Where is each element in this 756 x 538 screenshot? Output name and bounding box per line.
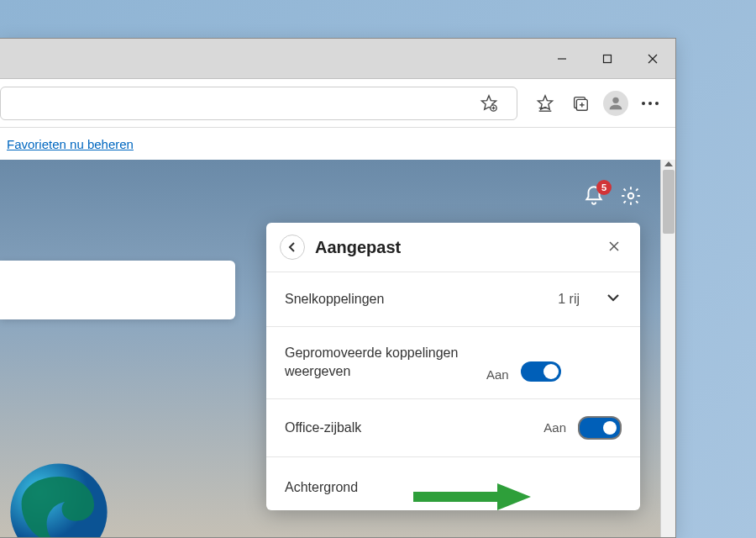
row-promoted-links: Gepromoveerde koppelingen weergeven Aan: [266, 326, 640, 398]
svg-point-14: [628, 193, 634, 199]
scrollbar-thumb[interactable]: [663, 170, 675, 234]
notification-badge: 5: [596, 180, 612, 195]
manage-favorites-link[interactable]: Favorieten nu beheren: [7, 137, 134, 151]
browser-window: Favorieten nu beheren 5 Aangepast: [0, 38, 676, 538]
titlebar: [0, 39, 675, 79]
favorites-bar: Favorieten nu beheren: [0, 128, 675, 160]
maximize-button[interactable]: [585, 39, 630, 79]
row-shortcuts[interactable]: Snelkoppelingen 1 rij: [266, 272, 640, 326]
more-menu-button[interactable]: [633, 102, 667, 105]
collections-icon[interactable]: [563, 86, 598, 121]
close-panel-button[interactable]: [601, 235, 627, 260]
shortcuts-label: Snelkoppelingen: [285, 292, 558, 307]
office-label: Office-zijbalk: [285, 420, 543, 435]
svg-point-13: [612, 97, 618, 103]
back-button[interactable]: [280, 235, 305, 260]
office-toggle[interactable]: [578, 416, 622, 440]
promoted-label: Gepromoveerde koppelingen weergeven: [285, 344, 486, 382]
customize-panel: Aangepast Snelkoppelingen 1 rij Gepromov…: [266, 223, 640, 510]
search-box[interactable]: [0, 261, 235, 319]
background-label: Achtergrond: [285, 480, 622, 495]
minimize-button[interactable]: [539, 39, 585, 79]
row-office-sidebar: Office-zijbalk Aan: [266, 398, 640, 456]
vertical-scrollbar[interactable]: [660, 160, 675, 537]
edge-logo-icon: [8, 462, 109, 537]
panel-header: Aangepast: [266, 223, 640, 272]
close-window-button[interactable]: [630, 39, 675, 79]
profile-avatar[interactable]: [603, 91, 628, 116]
toolbar: [0, 79, 675, 128]
scroll-up-icon[interactable]: [664, 161, 673, 166]
star-add-icon[interactable]: [471, 86, 507, 121]
panel-title: Aangepast: [315, 238, 591, 257]
favorites-icon[interactable]: [528, 86, 563, 121]
address-bar[interactable]: [0, 87, 517, 120]
shortcuts-value: 1 rij: [558, 292, 580, 307]
row-background[interactable]: Achtergrond: [266, 456, 640, 510]
page-settings-button[interactable]: [620, 185, 642, 210]
promoted-state: Aan: [486, 367, 509, 382]
notifications-button[interactable]: 5: [583, 185, 605, 210]
office-state: Aan: [543, 420, 566, 435]
new-tab-content: 5 Aangepast Snelkoppelingen 1 rij: [0, 160, 675, 537]
svg-rect-1: [604, 55, 612, 62]
page-actions: 5: [583, 185, 642, 210]
chevron-down-icon: [605, 289, 622, 309]
promoted-toggle[interactable]: [521, 361, 561, 382]
